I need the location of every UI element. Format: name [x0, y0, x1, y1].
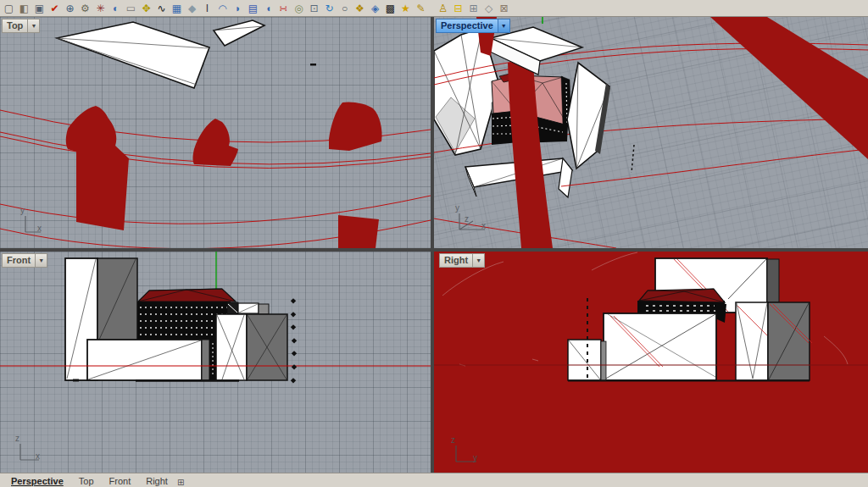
viewport-label-front[interactable]: Front ▼ [2, 253, 47, 268]
check-select-icon[interactable]: ✔ [47, 1, 62, 15]
point-markers [291, 298, 297, 383]
axis-label-x: x [37, 224, 42, 233]
mirror-points-icon[interactable]: ∺ [276, 1, 291, 15]
front-scene-canvas[interactable] [0, 252, 431, 473]
tab-options-icon[interactable]: ⊞ [175, 475, 189, 487]
axis-label-y: y [20, 206, 25, 215]
surface-flag-icon[interactable]: ◖ [261, 1, 275, 15]
viewport-title[interactable]: Top [2, 19, 28, 33]
rhino-application-window: ▢◧▣✔⊕⚙✳◐▭✥∿▦◆I◠◗▤◖∺◎⊡↻○❖◈▩★✎♙⊟⊞◇⊠ Top ▼ [0, 0, 868, 487]
viewport-splitter-horizontal[interactable] [0, 248, 868, 252]
building-blocks [568, 258, 812, 381]
render-globe-icon[interactable]: ◎ [292, 1, 306, 15]
red-guide-curve-low [561, 149, 868, 186]
selection-rectangle-icon[interactable]: ▭ [124, 1, 138, 15]
locked-layer-icon[interactable]: ◐ [108, 1, 123, 15]
surface-scoop-icon[interactable]: ◗ [231, 1, 245, 15]
viewport-tab-bar: PerspectiveTopFrontRight⊞ [0, 473, 868, 487]
viewport-perspective[interactable]: Perspective ▼ [434, 17, 868, 248]
viewport-title[interactable]: Perspective [436, 19, 498, 33]
axis-label-z: z [465, 214, 469, 224]
red-fin-shapes [66, 102, 382, 248]
axis-label-x: x [481, 221, 486, 230]
top-white-box [490, 27, 582, 75]
move-gumball-icon[interactable]: ✥ [139, 1, 153, 15]
spray-points-icon[interactable]: ✳ [93, 1, 108, 15]
arc-blend-icon[interactable]: ◠ [215, 1, 230, 15]
surface-grid-icon[interactable]: ▦ [170, 1, 184, 15]
viewport-tab-top[interactable]: Top [71, 473, 102, 487]
red-band-upper-right [710, 17, 868, 159]
package-drop-icon[interactable]: ❖ [353, 1, 367, 15]
viewport-tab-right[interactable]: Right [138, 473, 175, 487]
toolbar: ▢◧▣✔⊕⚙✳◐▭✥∿▦◆I◠◗▤◖∺◎⊡↻○❖◈▩★✎♙⊟⊞◇⊠ [0, 0, 868, 17]
gear-settings-icon[interactable]: ⚙ [78, 1, 92, 15]
surface-corner-icon[interactable]: ◈ [368, 1, 382, 15]
viewport-front[interactable]: Front ▼ [0, 252, 431, 473]
chevron-down-icon[interactable]: ▼ [36, 253, 47, 268]
open-folder-icon[interactable]: ⊟ [451, 1, 465, 15]
axis-label-y: y [473, 453, 477, 462]
chevron-down-icon[interactable]: ▼ [498, 19, 510, 33]
right-scene-canvas[interactable] [434, 252, 868, 473]
viewport-label-perspective[interactable]: Perspective ▼ [436, 19, 510, 33]
picture-frame-icon[interactable]: ⊡ [307, 1, 321, 15]
cube-clamp-icon[interactable]: ⊠ [497, 1, 511, 15]
viewport-label-top[interactable]: Top ▼ [2, 19, 40, 33]
axis-label-x: x [36, 451, 40, 461]
polysurface-icon[interactable]: ◆ [185, 1, 199, 15]
viewport-splitter-vertical[interactable] [431, 17, 434, 473]
rotate-cycle-icon[interactable]: ↻ [322, 1, 337, 15]
rotate-view-sphere-icon[interactable]: ⊕ [63, 1, 77, 15]
axis-label-y: y [455, 203, 459, 213]
top-scene-canvas[interactable] [0, 17, 431, 248]
render-checker-icon[interactable]: ▩ [383, 1, 398, 15]
stamp-star-icon[interactable]: ★ [398, 1, 413, 15]
small-curve-tick [310, 64, 316, 66]
perspective-scene-canvas[interactable] [434, 17, 868, 248]
solid-box-icon[interactable]: ◧ [17, 1, 31, 15]
zoom-magnifier-icon[interactable]: ○ [337, 1, 352, 15]
curve-tools-icon[interactable]: ∿ [154, 1, 169, 15]
text-dimension-icon[interactable]: I [200, 1, 214, 15]
person-figure-icon[interactable]: ♙ [436, 1, 450, 15]
chevron-down-icon[interactable]: ▼ [473, 253, 485, 268]
viewport-right[interactable]: Right ▼ [434, 252, 868, 473]
viewport-title[interactable]: Right [439, 253, 473, 268]
viewport-title[interactable]: Front [2, 253, 36, 268]
right-white-slab [567, 63, 610, 169]
white-building-footprints [57, 20, 264, 88]
viewport-tab-front[interactable]: Front [102, 473, 139, 487]
display-monitor-icon[interactable]: ▣ [32, 1, 47, 15]
viewport-label-right[interactable]: Right ▼ [439, 253, 485, 268]
chevron-down-icon[interactable]: ▼ [28, 19, 40, 33]
axis-label-z: z [15, 434, 19, 443]
dashed-marker-line [632, 145, 634, 173]
white-cube-icon[interactable]: ◇ [481, 1, 496, 15]
axis-label-z: z [451, 435, 455, 445]
linked-blocks-icon[interactable]: ⊞ [466, 1, 481, 15]
mapping-window-icon[interactable]: ▤ [246, 1, 260, 15]
command-script-icon[interactable]: ▢ [2, 1, 16, 15]
viewport-tab-perspective[interactable]: Perspective [3, 473, 71, 487]
annotate-pen-icon[interactable]: ✎ [414, 1, 428, 15]
group-gap [429, 1, 436, 15]
viewport-top[interactable]: Top ▼ [0, 17, 431, 248]
